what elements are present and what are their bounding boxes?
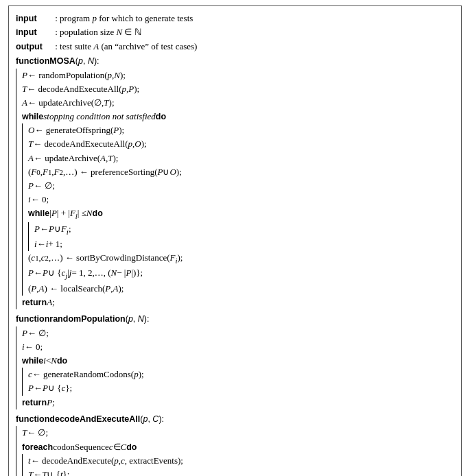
daea-f2: T ← T ∪ {t}; [28, 468, 454, 476]
mosa-inner-while-body: P ← P ∪ Fi; i ← i + 1; [28, 222, 454, 252]
func-randpop-header: function randomPopulation(p, N): [16, 313, 454, 326]
rp-line-1: P ← ∅; [22, 326, 454, 340]
algorithm-container: input : program p for which to generate … [8, 5, 462, 476]
mosa-body: P ← randomPopulation(p,N); T ← decodeAnd… [16, 69, 454, 310]
randpop-body-content: P ← ∅; i ← 0; while i < N do c ← generat… [22, 326, 454, 409]
daea-line-1: T ← ∅; [22, 426, 454, 440]
mosa-w7: (c1,c2,…) ← sortByCrowdingDistance(Fi); [28, 251, 454, 266]
mosa-w9: (P,A) ← localSearch(P,A); [28, 282, 454, 296]
rp-while-content: c ← generateRandomCodons(p); P ← P ∪ {c}… [28, 368, 454, 395]
mosa-bar [16, 69, 16, 310]
output-line: output : test suite A (an “archive” of t… [16, 40, 454, 53]
mosa-inner-while-content: P ← P ∪ Fi; i ← i + 1; [34, 222, 454, 252]
daea-bar [16, 426, 16, 476]
func-mosa-header: function MOSA(p, N): [16, 55, 454, 68]
mosa-iw1: P ← P ∪ Fi; [34, 222, 454, 237]
mosa-w5: P ← ∅; [28, 179, 454, 193]
rp-return: return P; [22, 396, 454, 409]
daea-body-content: T ← ∅; foreach codonSequence c ∈ C do t … [22, 426, 454, 476]
mosa-iw2: i ← i + 1; [34, 237, 454, 251]
mosa-while-content: O ← generateOffspring(P); T ← decodeAndE… [28, 123, 454, 296]
mosa-w8: P ← P ∪ {cj | j = 1, 2,…, (N − |P|)}; [28, 266, 454, 281]
daea-f1: t ← decodeAndExecute(p, c, extractEvents… [28, 454, 454, 468]
func-daea-sig: decodeAndExecuteAll(p, C): [49, 413, 164, 426]
input-line-1: input : program p for which to generate … [16, 12, 454, 25]
randpop-bar [16, 326, 16, 409]
func-mosa-sig: MOSA(p, N): [49, 55, 99, 68]
daea-foreach-bar [22, 454, 23, 476]
function-keyword-mosa: function [16, 55, 49, 68]
randpop-body: P ← ∅; i ← 0; while i < N do c ← generat… [16, 326, 454, 409]
func-daea-header: function decodeAndExecuteAll(p, C): [16, 413, 454, 426]
function-keyword-daea: function [16, 413, 49, 426]
daea-foreach-body: t ← decodeAndExecute(p, c, extractEvents… [22, 454, 454, 476]
mosa-w3: A ← updateArchive(A,T); [28, 152, 454, 165]
rp-while-body: c ← generateRandomCodons(p); P ← P ∪ {c}… [22, 368, 454, 395]
mosa-inner-while-bar [28, 222, 29, 252]
rp-w2: P ← P ∪ {c}; [28, 381, 454, 395]
rp-while-header: while i < N do [22, 354, 454, 368]
func-randpop-sig: randomPopulation(p, N): [49, 313, 149, 326]
rp-w1: c ← generateRandomCodons(p); [28, 368, 454, 381]
rp-while-bar [22, 368, 23, 395]
rp-line-2: i ← 0; [22, 340, 454, 354]
input-colon-1: : program p for which to generate tests [53, 12, 193, 25]
input-label-2: input [16, 26, 53, 39]
mosa-w1: O ← generateOffspring(P); [28, 123, 454, 137]
mosa-line-2: T ← decodeAndExecuteAll(p,P); [22, 82, 454, 96]
daea-foreach-content: t ← decodeAndExecute(p, c, extractEvents… [28, 454, 454, 476]
algorithm-content: input : program p for which to generate … [16, 12, 454, 476]
mosa-line-1: P ← randomPopulation(p,N); [22, 69, 454, 82]
daea-body: T ← ∅; foreach codonSequence c ∈ C do t … [16, 426, 454, 476]
mosa-body-content: P ← randomPopulation(p,N); T ← decodeAnd… [22, 69, 454, 310]
input-label-1: input [16, 12, 53, 25]
function-keyword-randpop: function [16, 313, 49, 326]
mosa-while-header: while stopping condition not satisfied d… [22, 110, 454, 123]
output-text: : test suite A (an “archive” of test cas… [53, 40, 197, 53]
input-colon-2: : population size N ∈ ℕ [53, 25, 141, 39]
daea-foreach-header: foreach codonSequence c ∈ C do [22, 440, 454, 454]
mosa-w6: i ← 0; [28, 193, 454, 206]
mosa-inner-while-header: while |P| + |Fi| ≤ N do [28, 206, 454, 222]
mosa-w4: (F0,F1,F2,…) ← preferenceSorting(P∪O); [28, 165, 454, 179]
output-label: output [16, 40, 53, 53]
mosa-line-3: A ← updateArchive(∅,T); [22, 96, 454, 110]
mosa-return: return A; [22, 296, 454, 309]
input-line-2: input : population size N ∈ ℕ [16, 25, 454, 39]
mosa-while-bar [22, 123, 23, 296]
mosa-while-body: O ← generateOffspring(P); T ← decodeAndE… [22, 123, 454, 296]
mosa-w2: T ← decodeAndExecuteAll(p,O); [28, 137, 454, 151]
